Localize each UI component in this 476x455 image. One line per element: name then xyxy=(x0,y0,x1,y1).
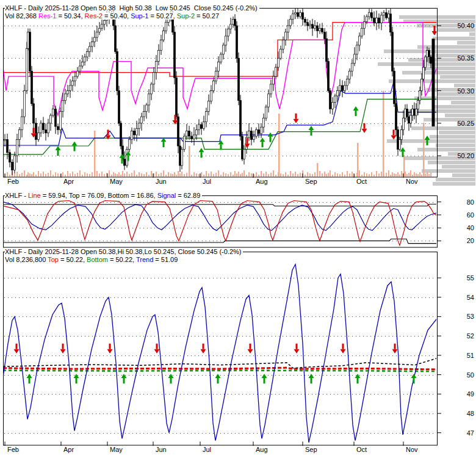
y-axis-label: 50.30 xyxy=(457,87,474,95)
header-text-segment: Vol 82,368 xyxy=(5,12,38,20)
y-axis-label: 52 xyxy=(467,332,474,340)
header-text-segment: XHLF - Daily 2025-11-28 Open 50.38 High … xyxy=(5,4,258,12)
y-axis-label: 50.40 xyxy=(457,22,474,29)
header-text-segment: Vol 8,236,800 xyxy=(5,256,48,263)
wave-panel-header-line2: Vol 8,236,800 Top = 50.22, Bottom = 50.2… xyxy=(5,256,179,263)
header-text-segment: Top xyxy=(48,256,59,263)
y-axis-label: 53 xyxy=(467,313,474,320)
y-axis-label: 60 xyxy=(467,211,474,219)
header-text-segment: Signal xyxy=(157,192,176,199)
price-panel-header-line1: XHLF - Daily 2025-11-28 Open 50.38 High … xyxy=(5,4,259,12)
header-text-segment: Res-1 xyxy=(38,12,56,20)
y-axis-label: 50.35 xyxy=(457,54,474,62)
y-axis-label: 49 xyxy=(467,390,474,398)
x-axis-month-label: Sep xyxy=(305,178,317,185)
price-panel-plot-area[interactable] xyxy=(3,8,437,177)
x-axis-month-label: Sep xyxy=(305,446,317,453)
header-text-segment: = 50.27, xyxy=(148,12,176,20)
wave-panel-header-line1: XHLF - Daily 2025-11-28 Open 50.38,Hi 50… xyxy=(5,248,243,255)
y-axis-label: 48 xyxy=(467,410,474,417)
x-axis-month-label: Feb xyxy=(7,178,19,185)
x-axis-month-label: May xyxy=(110,446,123,453)
x-axis-month-label: Apr xyxy=(63,178,74,185)
header-text-segment: = 62.89 xyxy=(176,192,200,199)
header-text-segment: = 50.22, xyxy=(108,256,136,263)
x-axis-month-label: Nov xyxy=(406,446,418,453)
header-text-segment: Line xyxy=(28,192,41,199)
y-axis-label: 80 xyxy=(467,198,474,206)
x-axis-month-label: Aug xyxy=(256,446,268,453)
x-axis-month-label: Oct xyxy=(356,178,367,185)
header-text-segment: Bottom xyxy=(87,256,108,263)
header-text-segment: Trend xyxy=(136,256,153,263)
x-axis-month-label: Oct xyxy=(356,446,367,453)
header-text-segment: Sup-2 xyxy=(177,12,195,20)
y-axis-label: 54 xyxy=(467,294,474,301)
header-text-segment: = 50.40, xyxy=(103,12,131,20)
wave-panel-plot-area[interactable] xyxy=(3,252,437,445)
x-axis-month-label: Nov xyxy=(406,178,418,185)
oscillator-panel-plot-area[interactable] xyxy=(3,195,437,247)
header-text-segment: = 50.22, xyxy=(59,256,87,263)
y-axis-label: 50.20 xyxy=(457,152,474,159)
header-text-segment: = 51.09 xyxy=(153,256,178,263)
header-text-segment: = 50.34, xyxy=(56,12,84,20)
x-axis-month-label: Jul xyxy=(203,446,211,453)
header-text-segment: Sup-1 xyxy=(131,12,148,20)
y-axis-label: 40 xyxy=(467,224,474,231)
header-text-segment: = 50.27 xyxy=(195,12,219,20)
price-panel-header-line2: Vol 82,368 Res-1 = 50.34, Res-2 = 50.40,… xyxy=(5,12,221,20)
y-axis-label: 55 xyxy=(467,274,474,282)
header-text-segment: XHLF - xyxy=(5,192,28,199)
x-axis-month-label: Feb xyxy=(7,446,19,453)
x-axis-month-label: Aug xyxy=(256,178,268,185)
x-axis-month-label: Jul xyxy=(203,178,211,185)
x-axis-month-label: May xyxy=(110,178,123,185)
y-axis-label: 50.25 xyxy=(457,120,474,127)
y-axis-label: 47 xyxy=(467,429,474,437)
y-axis-label: 50 xyxy=(467,371,474,379)
chart-canvas: 50.4050.3550.3050.2550.20806040205554535… xyxy=(0,0,476,455)
x-axis-month-label: Jun xyxy=(156,446,167,453)
header-text-segment: = 59.94, Top = 76.09, Bottom = 16.86, xyxy=(41,192,157,199)
stock-chart-window: XHLF - Daily 2025-11-28 Open 50.38 High … xyxy=(0,0,476,455)
oscillator-panel-header: XHLF - Line = 59.94, Top = 76.09, Bottom… xyxy=(5,192,202,199)
y-axis-label: 20 xyxy=(467,237,474,244)
header-text-segment: XHLF - Daily 2025-11-28 Open 50.38,Hi 50… xyxy=(5,248,241,255)
y-axis-label: 51 xyxy=(467,352,474,359)
x-axis-month-label: Jun xyxy=(156,178,167,185)
x-axis-month-label: Apr xyxy=(63,446,74,453)
header-text-segment: Res-2 xyxy=(85,12,103,20)
